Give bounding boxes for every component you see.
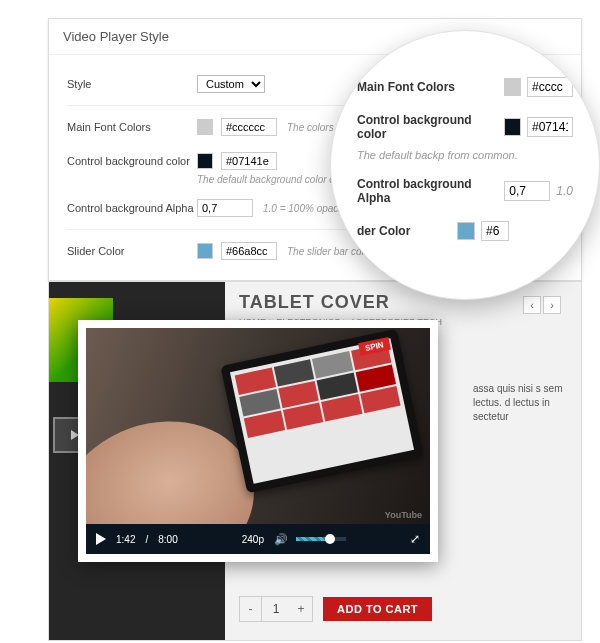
zoom-input-mainfont[interactable]: [527, 77, 573, 97]
zoom-swatch-slider[interactable]: [457, 222, 475, 240]
quantity-stepper: - 1 +: [239, 596, 313, 622]
zoom-label-slider: der Color: [357, 224, 457, 238]
play-button[interactable]: [96, 533, 106, 545]
product-description: assa quis nisi s sem lectus. d lectus in…: [473, 382, 563, 424]
time-duration: 8:00: [158, 534, 177, 545]
zoom-input-slider[interactable]: [481, 221, 509, 241]
preview-nav: ‹ ›: [523, 296, 561, 314]
zoom-row-mainfont: Main Font Colors: [357, 77, 573, 97]
youtube-watermark: YouTube: [385, 510, 422, 520]
zoom-swatch-ctrlbg[interactable]: [504, 118, 521, 136]
qty-minus-button[interactable]: -: [240, 597, 262, 621]
zoom-label-mainfont: Main Font Colors: [357, 80, 504, 94]
zoom-hint-ctrlbg: The default backp from common.: [357, 149, 573, 161]
label-ctrl-alpha: Control background Alpha: [67, 202, 197, 214]
label-ctrl-bg: Control background color: [67, 155, 197, 167]
quality-label[interactable]: 240p: [242, 534, 264, 545]
input-slider[interactable]: [221, 242, 277, 260]
time-sep: /: [145, 534, 148, 545]
swatch-ctrl-bg[interactable]: [197, 153, 213, 169]
volume-knob[interactable]: [325, 534, 335, 544]
swatch-main-font[interactable]: [197, 119, 213, 135]
swatch-slider[interactable]: [197, 243, 213, 259]
video-frame[interactable]: SPIN YouTube 1:42 / 8:00 240p ⤢: [86, 328, 430, 554]
qty-value[interactable]: 1: [262, 597, 290, 621]
zoom-input-alpha[interactable]: [504, 181, 550, 201]
label-style: Style: [67, 78, 197, 90]
zoom-swatch-mainfont[interactable]: [504, 78, 521, 96]
label-main-font: Main Font Colors: [67, 121, 197, 133]
zoom-label-ctrlbg: Control background color: [357, 113, 504, 141]
zoom-hint-alpha: 1.0: [556, 184, 573, 198]
zoom-row-ctrlbg: Control background color: [357, 113, 573, 141]
zoom-row-slider: der Color: [357, 221, 573, 241]
add-to-cart-button[interactable]: ADD TO CART: [323, 597, 432, 621]
time-current: 1:42: [116, 534, 135, 545]
qty-row: - 1 + ADD TO CART: [239, 596, 432, 622]
tablet-graphic: [220, 329, 423, 494]
zoom-lens: Main Font Colors Control background colo…: [330, 30, 600, 300]
style-select[interactable]: Custom: [197, 75, 265, 93]
qty-plus-button[interactable]: +: [290, 597, 312, 621]
video-scene: SPIN YouTube: [86, 328, 430, 554]
nav-prev-button[interactable]: ‹: [523, 296, 541, 314]
video-popup: SPIN YouTube 1:42 / 8:00 240p ⤢: [78, 320, 438, 562]
fullscreen-button[interactable]: ⤢: [410, 532, 420, 546]
video-controls: 1:42 / 8:00 240p ⤢: [86, 524, 430, 554]
label-slider: Slider Color: [67, 245, 197, 257]
zoom-input-ctrlbg[interactable]: [527, 117, 573, 137]
zoom-row-alpha: Control background Alpha 1.0: [357, 177, 573, 205]
nav-next-button[interactable]: ›: [543, 296, 561, 314]
volume-slider[interactable]: [296, 537, 346, 541]
input-ctrl-alpha[interactable]: [197, 199, 253, 217]
zoom-label-alpha: Control background Alpha: [357, 177, 504, 205]
input-main-font[interactable]: [221, 118, 277, 136]
volume-icon[interactable]: [274, 533, 286, 545]
product-title: TABLET COVER: [239, 292, 571, 313]
input-ctrl-bg[interactable]: [221, 152, 277, 170]
